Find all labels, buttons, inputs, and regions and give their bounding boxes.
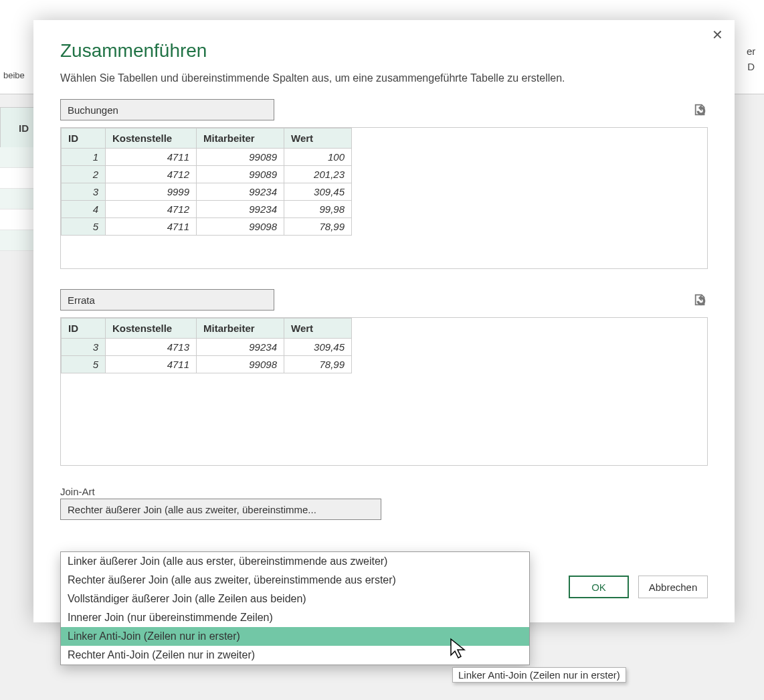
bg-column-stripes [0, 147, 33, 251]
join-type-select[interactable]: Rechter äußerer Join (alle aus zweiter, … [60, 499, 381, 520]
table-row: 1471199089100 [62, 149, 352, 166]
table2-grid: ID Kostenstelle Mitarbeiter Wert 3471399… [61, 318, 352, 373]
join-option[interactable]: Innerer Join (nur übereinstimmende Zeile… [61, 608, 529, 627]
close-icon[interactable]: ✕ [709, 27, 725, 43]
join-type-label: Join-Art [60, 486, 708, 497]
join-option[interactable]: Rechter Anti-Join (Zeilen nur in zweiter… [61, 646, 529, 665]
join-option[interactable]: Rechter äußerer Join (alle aus zweiter, … [61, 571, 529, 590]
dialog-title: Zusammenführen [60, 40, 708, 62]
join-type-dropdown[interactable]: Linker äußerer Join (alle aus erster, üb… [60, 551, 530, 665]
col-mitarbeiter[interactable]: Mitarbeiter [197, 128, 284, 149]
cancel-button[interactable]: Abbrechen [638, 576, 708, 598]
join-option[interactable]: Vollständiger äußerer Join (alle Zeilen … [61, 590, 529, 608]
col-id[interactable]: ID [62, 128, 106, 149]
bg-column-header: ID [0, 107, 35, 149]
ok-button[interactable]: OK [569, 576, 629, 598]
tooltip: Linker Anti-Join (Zeilen nur in erster) [452, 667, 626, 683]
join-option[interactable]: Linker Anti-Join (Zeilen nur in erster) [61, 627, 529, 646]
table1-grid: ID Kostenstelle Mitarbeiter Wert 1471199… [61, 128, 352, 236]
table-row: 3471399234309,45 [62, 339, 352, 356]
col-id[interactable]: ID [62, 319, 106, 339]
table-row: 547119909878,99 [62, 356, 352, 373]
col-mitarbeiter[interactable]: Mitarbeiter [197, 319, 284, 339]
bg-column-header-text: ID [19, 122, 29, 134]
bg-ribbon-label: beibe [3, 70, 25, 80]
table-row: 447129923499,98 [62, 201, 352, 218]
table2-select[interactable]: Errata [60, 289, 274, 311]
table-row: 547119909878,99 [62, 218, 352, 236]
table1-preview[interactable]: ID Kostenstelle Mitarbeiter Wert 1471199… [60, 127, 708, 269]
col-wert[interactable]: Wert [284, 128, 352, 149]
bg-right-fragment-1: D [747, 61, 755, 72]
table1-select[interactable]: Buchungen [60, 99, 274, 120]
col-kostenstelle[interactable]: Kostenstelle [106, 128, 197, 149]
merge-dialog: ✕ Zusammenführen Wählen Sie Tabellen und… [33, 20, 735, 622]
refresh-icon[interactable] [693, 292, 708, 307]
dialog-description: Wählen Sie Tabellen und übereinstimmende… [60, 72, 708, 84]
join-option[interactable]: Linker äußerer Join (alle aus erster, üb… [61, 552, 529, 571]
table2-preview[interactable]: ID Kostenstelle Mitarbeiter Wert 3471399… [60, 317, 708, 466]
table-header-row: ID Kostenstelle Mitarbeiter Wert [62, 128, 352, 149]
bg-right-fragments: er D [747, 46, 755, 76]
refresh-icon[interactable] [693, 102, 708, 117]
bg-right-fragment-0: er [747, 46, 755, 57]
table-header-row: ID Kostenstelle Mitarbeiter Wert [62, 319, 352, 339]
col-wert[interactable]: Wert [284, 319, 352, 339]
table-row: 2471299089201,23 [62, 166, 352, 183]
col-kostenstelle[interactable]: Kostenstelle [106, 319, 197, 339]
table-row: 3999999234309,45 [62, 183, 352, 201]
